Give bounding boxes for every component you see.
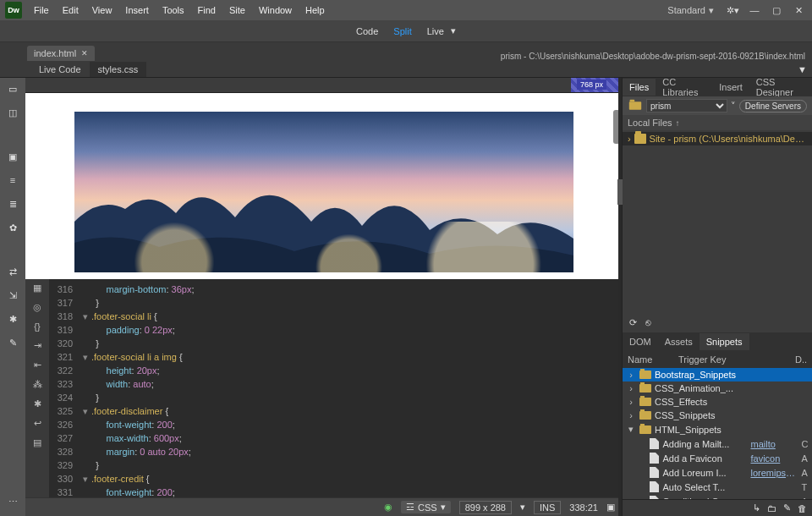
refresh-icon[interactable]: ⟳	[629, 317, 637, 328]
chevron-down-icon[interactable]: ▾	[451, 25, 456, 36]
snip-row[interactable]: Adding a Mailt...mailtoC	[623, 436, 812, 451]
minimize-icon[interactable]: —	[746, 4, 763, 16]
new-snippet-icon[interactable]: ✎	[783, 502, 791, 513]
panel-toggle-icon[interactable]: ▣	[606, 502, 615, 513]
local-files-header[interactable]: Local Files ↑	[623, 115, 812, 130]
wand-icon[interactable]: ✎	[5, 335, 20, 350]
snip-row[interactable]: ›CSS_Snippets	[623, 409, 812, 422]
menu-edit[interactable]: Edit	[56, 5, 85, 15]
wrap-icon[interactable]: ↩	[34, 418, 41, 429]
inspect-icon[interactable]: ◫	[5, 105, 20, 120]
menu-find[interactable]: Find	[191, 5, 222, 15]
document-tab[interactable]: index.html ✕	[27, 46, 95, 61]
more-icon[interactable]: ⋯	[5, 494, 20, 509]
ptab-dom[interactable]: DOM	[623, 333, 658, 350]
shuffle-icon[interactable]: ⇄	[5, 264, 20, 279]
maximize-icon[interactable]: ▢	[768, 4, 785, 16]
indent-icon[interactable]: ⇥	[34, 340, 41, 351]
device-icon[interactable]: ▣	[5, 149, 20, 164]
site-selector[interactable]: prism	[646, 99, 727, 113]
close-icon[interactable]: ✕	[790, 4, 807, 16]
twist-icon[interactable]: ▾	[626, 424, 636, 435]
menu-view[interactable]: View	[85, 5, 119, 15]
subtab-livecode[interactable]: Live Code	[30, 62, 90, 77]
menu-help[interactable]: Help	[299, 5, 332, 15]
view-live[interactable]: Live	[427, 26, 444, 36]
menu-site[interactable]: Site	[222, 5, 252, 15]
trigger-column[interactable]: Trigger Key	[678, 354, 783, 365]
outdent-icon[interactable]: ⇤	[34, 360, 41, 371]
gear-icon[interactable]: ✿	[5, 220, 20, 235]
menu-window[interactable]: Window	[252, 5, 299, 15]
tree-root[interactable]: › Site - prism (C:\Users\nishkuma\Deskto…	[623, 132, 812, 145]
twist-icon[interactable]: ›	[626, 397, 636, 407]
asterisk-icon[interactable]: ✱	[5, 311, 20, 327]
ptab-insert[interactable]: Insert	[712, 79, 749, 96]
menu-file[interactable]: File	[27, 5, 56, 15]
link-icon[interactable]: ⎋	[645, 317, 651, 327]
file-icon	[650, 481, 659, 492]
brackets-icon[interactable]: {}	[34, 321, 40, 332]
delete-icon[interactable]: 🗑	[798, 503, 807, 513]
snip-row[interactable]: Auto Select T...T	[623, 480, 812, 494]
folder-icon	[639, 411, 651, 420]
ptab-snippets[interactable]: Snippets	[700, 333, 749, 350]
code-editor[interactable]: ▦ ◎ {} ⇥ ⇤ ⁂ ✱ ↩ ▤ 316317318319320321322…	[25, 279, 622, 497]
dims-chevron-icon[interactable]: ▾	[520, 502, 525, 513]
sync-ok-icon: ◉	[384, 502, 392, 513]
file-icon[interactable]: ▭	[5, 81, 20, 96]
view-code[interactable]: Code	[356, 26, 378, 36]
code-body[interactable]: margin-bottom: 36px; } ▾.footer-social l…	[78, 279, 622, 497]
close-tab-icon[interactable]: ✕	[81, 49, 88, 58]
language-indicator[interactable]: ☲ CSS ▾	[401, 501, 451, 513]
star-icon[interactable]: ✱	[34, 398, 41, 409]
page-icon[interactable]: ▤	[33, 437, 41, 448]
panel-divider[interactable]	[618, 78, 622, 516]
list-icon[interactable]: ≡	[5, 173, 20, 188]
snippets-footer: ↳ 🗀 ✎ 🗑	[623, 499, 812, 516]
chevron-down-icon: ▾	[709, 5, 714, 16]
document-tabs: index.html ✕ prism - C:\Users\nishkuma\D…	[0, 42, 812, 61]
arrow-icon[interactable]: ↳	[753, 502, 760, 513]
insert-mode[interactable]: INS	[534, 501, 561, 514]
menu-insert[interactable]: Insert	[118, 5, 156, 15]
subtab-stylescss[interactable]: styles.css	[90, 62, 147, 77]
snip-row[interactable]: Add Loreum I...loremipsumA	[623, 465, 812, 480]
snip-row[interactable]: ▾HTML_Snippets	[623, 422, 812, 436]
define-servers-button[interactable]: Define Servers	[739, 100, 807, 113]
folder-icon	[629, 102, 641, 110]
files-panel-tabs: FilesCC LibrariesInsertCSS Designer	[623, 78, 812, 96]
live-preview[interactable]	[25, 93, 622, 279]
comment-icon[interactable]: ⁂	[33, 379, 42, 390]
workspace-switcher[interactable]: Standard ▾	[662, 3, 719, 18]
folder-icon	[639, 398, 651, 406]
sync-settings-icon[interactable]: ✲▾	[724, 4, 741, 16]
snippets-list[interactable]: ›Bootstrap_Snippets›CSS_Animation_...›CS…	[623, 368, 812, 499]
dom-icon[interactable]: ▦	[33, 283, 41, 294]
new-folder-icon[interactable]: 🗀	[767, 503, 776, 513]
ptab-assets[interactable]: Assets	[658, 333, 700, 350]
name-column[interactable]: Name	[628, 354, 667, 365]
lines-icon[interactable]: ≣	[5, 196, 20, 211]
snip-row[interactable]: ›CSS_Animation_...	[623, 382, 812, 395]
chevron-down-icon: ˅	[731, 101, 736, 112]
snip-row[interactable]: Add a FaviconfaviconA	[623, 451, 812, 465]
ptab-files[interactable]: Files	[623, 79, 656, 96]
target-icon[interactable]: ◎	[33, 302, 41, 313]
twist-icon[interactable]: ›	[626, 370, 636, 380]
filter-icon[interactable]: ▼	[798, 64, 807, 74]
expand-icon[interactable]: ›	[628, 134, 631, 144]
line-numbers: 3163173183193203213223233243253263273283…	[49, 279, 78, 497]
viewport-dims: 899 x 288	[459, 501, 512, 514]
workspace-label: Standard	[667, 5, 705, 15]
collapse-icon[interactable]: ⇲	[5, 288, 20, 303]
folder-icon	[639, 425, 651, 434]
snip-row[interactable]: ›Bootstrap_Snippets	[623, 368, 812, 382]
snip-row[interactable]: ›CSS_Effects	[623, 395, 812, 409]
page-hero-image	[74, 112, 573, 272]
twist-icon[interactable]: ›	[626, 383, 636, 393]
twist-icon[interactable]: ›	[626, 410, 636, 420]
view-split[interactable]: Split	[393, 26, 411, 36]
menu-tools[interactable]: Tools	[156, 5, 191, 15]
file-tree[interactable]: › Site - prism (C:\Users\nishkuma\Deskto…	[623, 130, 812, 147]
